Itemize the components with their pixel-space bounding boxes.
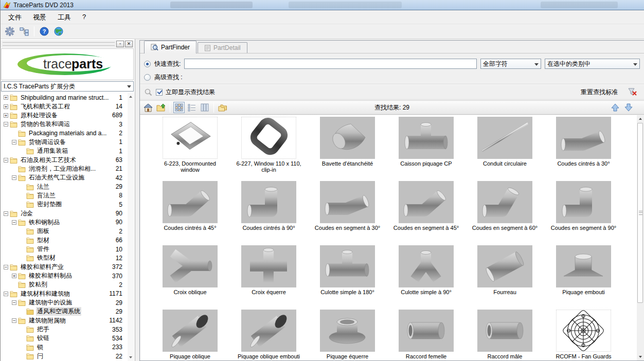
- tree-item[interactable]: 铁型材12: [1, 254, 128, 262]
- tree-expander-icon[interactable]: +: [12, 274, 16, 278]
- result-item[interactable]: Coudes cintrés à 30°: [544, 117, 623, 181]
- folder-up-icon[interactable]: [155, 102, 167, 113]
- tree-item[interactable]: Packaging materials and a...2: [1, 129, 128, 137]
- tree-expander-icon[interactable]: −: [12, 300, 16, 305]
- tree-item[interactable]: − 铁和钢制品90: [1, 218, 128, 227]
- tree-item[interactable]: 胶粘剂2: [1, 280, 128, 289]
- tree-expander-icon[interactable]: +: [4, 95, 8, 100]
- result-item[interactable]: Coudes cintrés à 45°: [151, 181, 229, 245]
- home-icon[interactable]: [142, 102, 154, 113]
- result-thumbnail[interactable]: [320, 245, 375, 287]
- tree-item[interactable]: 法兰29: [1, 182, 128, 191]
- tree-expander-icon[interactable]: −: [12, 175, 16, 180]
- result-item[interactable]: Piquage embouti: [544, 245, 623, 310]
- tree-item[interactable]: + 橡胶和塑料制品370: [1, 272, 128, 280]
- result-item[interactable]: 6-227, Window 110 x 110, clip-in: [229, 117, 308, 181]
- tree-item[interactable]: 盲法兰8: [1, 191, 128, 200]
- result-item[interactable]: Culotte simple à 180°: [308, 245, 387, 310]
- tree-expander-icon[interactable]: −: [12, 140, 16, 145]
- result-thumbnail[interactable]: [241, 181, 296, 223]
- menu-item-3[interactable]: ?: [77, 11, 92, 24]
- tree-item[interactable]: − 石油天然气工业设施42: [1, 173, 128, 182]
- result-thumbnail[interactable]: [163, 245, 218, 287]
- tree-item[interactable]: 密封垫圈5: [1, 200, 128, 209]
- result-thumbnail[interactable]: [241, 245, 296, 287]
- result-thumbnail[interactable]: [320, 310, 375, 352]
- hierarchy-icon[interactable]: [18, 25, 30, 38]
- result-thumbnail[interactable]: [241, 310, 296, 352]
- menu-item-0[interactable]: 文件: [3, 11, 27, 24]
- view-list-button[interactable]: [186, 102, 198, 113]
- tab-partdetail[interactable]: PartDetail: [198, 42, 247, 53]
- next-result-icon[interactable]: [624, 103, 633, 112]
- result-item[interactable]: Croix oblique: [151, 245, 229, 310]
- result-thumbnail[interactable]: [556, 181, 611, 223]
- tree-item[interactable]: 管件10: [1, 245, 128, 254]
- result-thumbnail[interactable]: [477, 310, 532, 352]
- tree-item[interactable]: 锁233: [1, 343, 128, 352]
- result-item[interactable]: Culotte simple à 90°: [387, 245, 466, 310]
- tree-item[interactable]: − 货物调运设备1: [1, 138, 128, 147]
- tree-scrollbar[interactable]: [128, 93, 134, 361]
- tree-item[interactable]: 铰链534: [1, 334, 128, 342]
- advanced-search-radio[interactable]: [144, 74, 151, 81]
- settings-gear-icon[interactable]: [4, 25, 16, 38]
- tree-expander-icon[interactable]: −: [12, 220, 16, 225]
- reset-criteria-link[interactable]: 重置查找标准: [581, 88, 618, 97]
- result-item[interactable]: RCOFM - Fan Guards: [544, 310, 623, 360]
- copy-folders-icon[interactable]: [217, 102, 228, 113]
- result-item[interactable]: Croix équerre: [229, 245, 308, 310]
- scroll-up-button[interactable]: [637, 115, 643, 122]
- result-thumbnail[interactable]: [477, 245, 532, 287]
- tree-item[interactable]: − 建筑材料和建筑物1171: [1, 290, 128, 298]
- result-item[interactable]: Coudes en segment à 30°: [308, 181, 387, 245]
- tree-item[interactable]: − 建筑物附属物1142: [1, 316, 128, 325]
- results-scrollbar[interactable]: [637, 115, 643, 360]
- dock-header[interactable]: ▫ ✕: [1, 40, 134, 48]
- tree-item[interactable]: − 冶金90: [1, 209, 128, 218]
- result-thumbnail[interactable]: [320, 181, 375, 223]
- tree-item[interactable]: 型材66: [1, 236, 128, 245]
- classification-select[interactable]: I.C.S TraceParts 扩展分类: [1, 81, 134, 92]
- result-thumbnail[interactable]: [163, 310, 218, 352]
- previous-result-icon[interactable]: [611, 103, 619, 112]
- scroll-up-icon[interactable]: [129, 96, 132, 98]
- result-thumbnail[interactable]: [163, 181, 218, 223]
- result-item[interactable]: Piquage oblique embouti: [229, 310, 308, 360]
- charset-select[interactable]: 全部字符: [480, 59, 541, 69]
- view-details-button[interactable]: [199, 102, 210, 113]
- tree-item[interactable]: + 原料处理设备689: [1, 111, 128, 120]
- result-item[interactable]: Raccord femelle: [387, 310, 466, 360]
- tree-expander-icon[interactable]: −: [12, 318, 16, 323]
- tree-item[interactable]: − 橡胶和塑料产业372: [1, 263, 128, 272]
- view-thumbnails-button[interactable]: [173, 102, 185, 113]
- quick-search-input[interactable]: [184, 59, 477, 69]
- tree-item[interactable]: 通风和空调系统29: [1, 307, 128, 316]
- result-item[interactable]: Caisson piquage CP: [387, 117, 466, 181]
- tree-expander-icon[interactable]: −: [4, 265, 8, 269]
- tree-expander-icon[interactable]: −: [4, 158, 8, 163]
- dock-restore-button[interactable]: ▫: [116, 41, 124, 47]
- menu-item-2[interactable]: 工具: [52, 11, 77, 24]
- tree-item[interactable]: + Shipbuilding and marine struct...1: [1, 93, 128, 102]
- tree-expander-icon[interactable]: −: [4, 292, 8, 296]
- result-item[interactable]: Raccord mâle: [466, 310, 544, 360]
- tree-item[interactable]: 润滑剂，工业用油和相...21: [1, 165, 128, 173]
- tree-expander-icon[interactable]: +: [4, 113, 8, 118]
- result-thumbnail[interactable]: [477, 117, 532, 159]
- result-item[interactable]: Piquage oblique: [151, 310, 229, 360]
- result-thumbnail[interactable]: [556, 117, 611, 159]
- tab-partfinder[interactable]: PartFinder: [144, 41, 196, 53]
- result-thumbnail[interactable]: [556, 310, 611, 352]
- result-thumbnail[interactable]: [399, 181, 454, 223]
- result-item[interactable]: Fourreau: [466, 245, 544, 310]
- dock-close-button[interactable]: ✕: [125, 41, 133, 47]
- reset-filter-icon[interactable]: [628, 88, 637, 96]
- tree-item[interactable]: 通用集装箱1: [1, 147, 128, 155]
- globe-icon[interactable]: [52, 25, 65, 38]
- result-item[interactable]: Conduit circulaire: [466, 117, 544, 181]
- result-item[interactable]: Coudes cintrés à 90°: [229, 181, 308, 245]
- dock-grip[interactable]: [3, 42, 115, 46]
- result-item[interactable]: Coudes en segment à 90°: [544, 181, 623, 245]
- result-item[interactable]: Bavette d'étanchéité: [308, 117, 387, 181]
